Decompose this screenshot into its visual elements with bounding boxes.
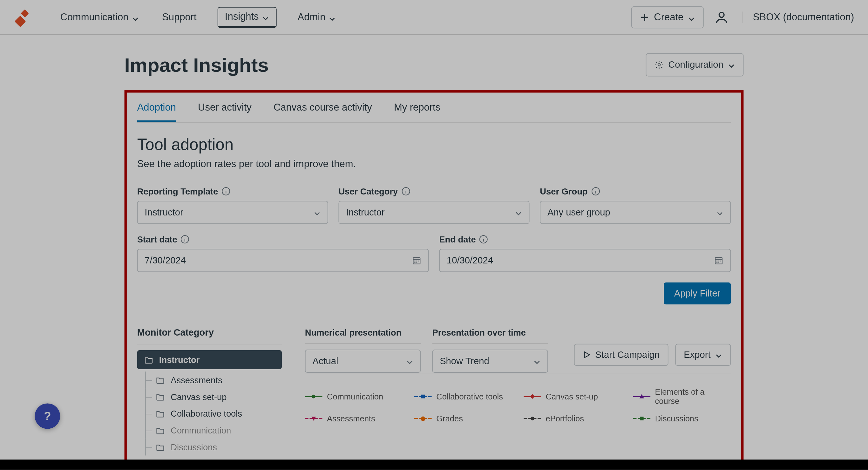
chevron-down-icon	[715, 351, 722, 358]
select-value: Show Trend	[440, 356, 489, 367]
apply-filter-button[interactable]: Apply Filter	[664, 283, 731, 305]
legend-marker	[633, 416, 651, 421]
top-nav: Communication Support Insights Admin Cre…	[0, 0, 868, 35]
create-button[interactable]: Create	[631, 6, 704, 28]
folder-icon	[156, 375, 165, 384]
nav-label: Admin	[298, 11, 326, 23]
tab-canvas-course-activity[interactable]: Canvas course activity	[274, 102, 372, 122]
user-category-select[interactable]: Instructor	[338, 201, 529, 224]
tree-item[interactable]: Communication	[137, 422, 282, 439]
nav-communication[interactable]: Communication	[58, 8, 141, 26]
create-label: Create	[654, 11, 683, 23]
help-fab[interactable]: ?	[35, 403, 60, 429]
folder-icon	[156, 426, 165, 435]
info-icon[interactable]	[401, 187, 410, 195]
legend-item[interactable]: Grades	[414, 414, 512, 423]
user-group-select[interactable]: Any user group	[540, 201, 731, 224]
nav-label: Insights	[225, 11, 259, 22]
date-value: 7/30/2024	[145, 255, 186, 266]
user-icon[interactable]	[714, 9, 729, 25]
start-campaign-button[interactable]: Start Campaign	[574, 344, 668, 366]
folder-icon	[156, 409, 165, 418]
monitor-category-title: Monitor Category	[137, 327, 282, 344]
svg-point-0	[719, 12, 724, 17]
presentation-over-time-label: Presentation over time	[432, 327, 548, 344]
tenant-label: SBOX (documentation)	[742, 11, 854, 23]
tab-my-reports[interactable]: My reports	[394, 102, 440, 122]
legend-label: Discussions	[655, 414, 698, 423]
tree-item-label: Discussions	[170, 442, 217, 452]
tab-user-activity[interactable]: User activity	[198, 102, 252, 122]
config-label: Configuration	[668, 60, 723, 70]
tree-item-label: Collaborative tools	[170, 409, 242, 418]
start-date-input[interactable]: 7/30/2024	[137, 249, 429, 272]
numerical-presentation-select[interactable]: Actual	[305, 350, 421, 373]
nav-menu: Communication Support Insights Admin	[58, 7, 338, 28]
tree-item-label: Communication	[170, 426, 231, 435]
tree-item-label: Canvas set-up	[170, 392, 226, 402]
legend-item[interactable]: Canvas set-up	[524, 387, 621, 406]
chevron-down-icon	[515, 209, 522, 216]
select-value: Instructor	[346, 207, 384, 218]
tree-root-instructor[interactable]: Instructor	[137, 350, 282, 369]
insights-tabs: Adoption User activity Canvas course act…	[137, 92, 731, 123]
tree-item[interactable]: Discussions	[137, 439, 282, 456]
page-title: Impact Insights	[125, 53, 269, 76]
configuration-button[interactable]: Configuration	[646, 53, 743, 76]
gear-icon	[654, 60, 664, 69]
svg-point-11	[531, 417, 534, 420]
user-category-label: User Category	[338, 186, 529, 196]
tree-item[interactable]: Assessments	[137, 372, 282, 388]
calendar-icon	[412, 256, 421, 265]
legend-label: Canvas set-up	[546, 392, 598, 401]
legend-item[interactable]: Assessments	[305, 414, 403, 423]
legend-marker	[524, 416, 541, 421]
legend-marker	[414, 416, 432, 421]
chevron-down-icon	[406, 358, 413, 365]
export-button[interactable]: Export	[675, 344, 731, 366]
user-group-label: User Group	[540, 186, 731, 196]
tree-item-label: Assessments	[170, 375, 222, 385]
chevron-down-icon	[132, 14, 139, 21]
info-icon[interactable]	[181, 235, 189, 243]
end-date-input[interactable]: 10/30/2024	[439, 249, 731, 272]
nav-label: Support	[162, 11, 196, 23]
svg-rect-12	[640, 417, 644, 420]
select-value: Actual	[313, 356, 338, 367]
info-icon[interactable]	[221, 187, 230, 195]
calendar-icon	[714, 256, 723, 265]
presentation-over-time-select[interactable]: Show Trend	[432, 350, 548, 373]
play-icon	[582, 351, 590, 359]
topbar-right: Create SBOX (documentation)	[631, 6, 854, 28]
tree-item[interactable]: Canvas set-up	[137, 388, 282, 405]
nav-insights[interactable]: Insights	[217, 7, 277, 28]
chevron-down-icon	[728, 61, 735, 68]
chevron-down-icon	[314, 209, 320, 216]
legend-label: Elements of a course	[655, 387, 731, 406]
legend-item[interactable]: ePortfolios	[524, 414, 621, 423]
info-icon[interactable]	[479, 235, 488, 243]
tree-item[interactable]: Collaborative tools	[137, 405, 282, 422]
chevron-down-icon	[262, 13, 270, 20]
reporting-template-select[interactable]: Instructor	[137, 201, 328, 224]
legend-item[interactable]: Communication	[305, 387, 403, 406]
legend-item[interactable]: Elements of a course	[633, 387, 731, 406]
legend-label: Communication	[327, 392, 383, 401]
svg-point-9	[312, 395, 315, 399]
chevron-down-icon	[533, 358, 540, 365]
app-logo	[14, 9, 30, 25]
date-value: 10/30/2024	[447, 255, 493, 266]
legend-label: Collaborative tools	[436, 392, 503, 401]
legend-item[interactable]: Discussions	[633, 414, 731, 423]
button-label: Start Campaign	[595, 350, 659, 360]
nav-admin[interactable]: Admin	[295, 8, 338, 26]
page-header: Impact Insights Configuration	[125, 53, 744, 76]
chevron-down-icon	[329, 14, 336, 21]
folder-icon	[144, 355, 153, 364]
section-title: Tool adoption	[137, 135, 731, 154]
tab-adoption[interactable]: Adoption	[137, 102, 176, 122]
legend-item[interactable]: Collaborative tools	[414, 387, 512, 406]
info-icon[interactable]	[591, 187, 599, 195]
nav-support[interactable]: Support	[160, 8, 199, 26]
legend-label: ePortfolios	[546, 414, 584, 423]
